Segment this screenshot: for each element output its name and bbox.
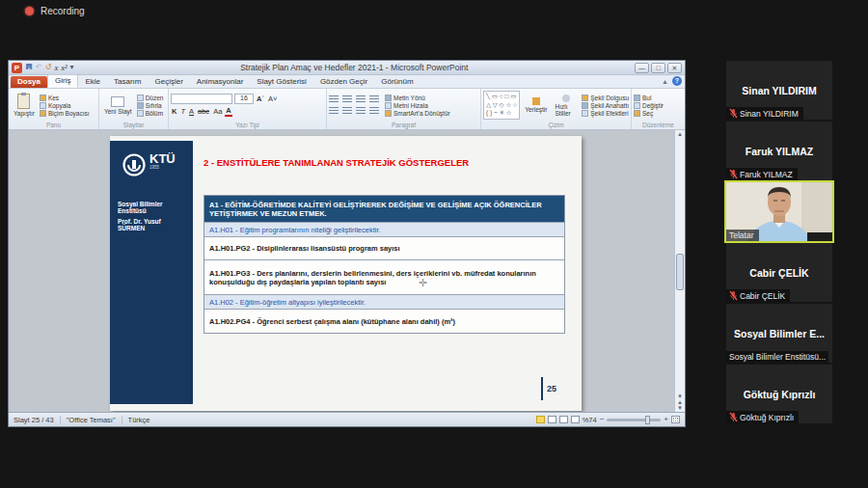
shape-fill-button[interactable]: Şekil Dolgusu bbox=[582, 95, 629, 101]
slide-counter: Slayt 25 / 43 bbox=[14, 416, 61, 424]
line-spacing-icon[interactable] bbox=[369, 95, 379, 103]
participant-tile[interactable]: Faruk YILMAZFaruk YILMAZ bbox=[726, 122, 832, 180]
select-button[interactable]: Seç bbox=[634, 110, 664, 117]
participant-tile[interactable]: Sosyal Bilimler E...Sosyal Bilimler Enst… bbox=[726, 304, 832, 363]
justify-icon[interactable] bbox=[369, 107, 379, 115]
ribbon-tab-geçişler[interactable]: Geçişler bbox=[148, 76, 189, 88]
fit-to-window-icon[interactable] bbox=[671, 416, 680, 423]
paste-button[interactable]: Yapıştır bbox=[11, 90, 38, 121]
numbering-icon[interactable] bbox=[342, 95, 352, 103]
bullets-icon[interactable] bbox=[329, 95, 339, 103]
convert-smartart-button[interactable]: SmartArt'a Dönüştür bbox=[385, 110, 450, 117]
strikethrough-button[interactable]: abc bbox=[197, 107, 210, 116]
section-button[interactable]: Bölüm bbox=[137, 110, 164, 117]
ribbon-tab-tasarım[interactable]: Tasarım bbox=[107, 76, 148, 88]
save-icon[interactable]: 🖪 bbox=[25, 64, 33, 71]
ribbon-tab-ekle[interactable]: Ekle bbox=[78, 76, 107, 88]
shrink-font-icon[interactable]: A˅ bbox=[267, 95, 278, 103]
recording-indicator: Recording bbox=[25, 6, 85, 16]
new-slide-button[interactable]: Yeni Slayt bbox=[101, 90, 135, 121]
cut-icon bbox=[40, 95, 46, 101]
redo-icon[interactable]: ↺ bbox=[45, 64, 52, 71]
ribbon-tab-slayt-gösterisi[interactable]: Slayt Gösterisi bbox=[250, 76, 313, 88]
powerpoint-window: P 🖪 ↶ ↺ x x² ▾ Stratejik Plan Amaç ve He… bbox=[8, 60, 686, 427]
powerpoint-app-icon[interactable]: P bbox=[12, 63, 22, 73]
reading-view-button[interactable] bbox=[559, 416, 568, 423]
qat-dropdown-icon[interactable]: ▾ bbox=[70, 64, 74, 71]
quick-access-toolbar: P 🖪 ↶ ↺ x x² ▾ bbox=[12, 63, 74, 73]
superscript-icon[interactable]: x² bbox=[61, 64, 67, 72]
shapes-row-icon: ╲ ▭ ○ □ ▭ bbox=[486, 94, 517, 100]
language-indicator[interactable]: Türkçe bbox=[128, 416, 156, 424]
align-text-button[interactable]: Metni Hizala bbox=[385, 102, 450, 109]
cut-button[interactable]: Kes bbox=[40, 95, 90, 101]
undo-icon[interactable]: ↶ bbox=[36, 64, 42, 71]
indent-icon[interactable] bbox=[356, 95, 366, 103]
table-row-objective: A1.H02 - Eğitim-öğretim altyapısı iyileş… bbox=[204, 295, 564, 310]
theme-name[interactable]: "Office Teması" bbox=[67, 416, 122, 424]
subscript-icon[interactable]: x bbox=[54, 64, 58, 72]
align-left-icon[interactable] bbox=[329, 107, 339, 115]
shape-outline-icon bbox=[582, 102, 588, 109]
restore-button[interactable]: □ bbox=[651, 63, 665, 73]
find-button[interactable]: Bul bbox=[634, 95, 664, 101]
font-color-button[interactable]: A bbox=[225, 106, 231, 117]
quick-styles-button[interactable]: Hızlı Stiller bbox=[552, 90, 580, 121]
slide-canvas[interactable]: KTÜ 1955 Sosyal Bilimler Enstitüsü Prof.… bbox=[110, 136, 582, 411]
slide-side-band: KTÜ 1955 Sosyal Bilimler Enstitüsü Prof.… bbox=[110, 141, 193, 404]
replace-button[interactable]: Değiştir bbox=[634, 102, 664, 109]
font-name-select[interactable] bbox=[171, 94, 232, 104]
participant-name-label: Sinan YILDIRIM bbox=[726, 107, 803, 120]
zoom-in-icon[interactable]: + bbox=[664, 416, 668, 423]
font-size-select[interactable]: 16 bbox=[234, 94, 254, 104]
replace-icon bbox=[634, 102, 640, 109]
arrange-button[interactable]: Yerleştir bbox=[522, 90, 550, 121]
participant-name-label: Cabir ÇELİK bbox=[726, 289, 790, 302]
align-right-icon[interactable] bbox=[356, 107, 366, 115]
ribbon-tab-görünüm[interactable]: Görünüm bbox=[374, 76, 420, 88]
vertical-scrollbar[interactable]: ▲ ▼▲▼ bbox=[674, 130, 685, 412]
ribbon-tab-giriş[interactable]: Giriş bbox=[47, 74, 78, 88]
ktu-logo-text: KTÜ bbox=[149, 152, 176, 165]
normal-view-button[interactable] bbox=[536, 416, 545, 423]
zoom-slider[interactable] bbox=[607, 419, 661, 421]
shape-effects-button[interactable]: Şekil Efektleri bbox=[582, 110, 629, 117]
ribbon-tab-animasyonlar[interactable]: Animasyonlar bbox=[190, 76, 250, 88]
close-button[interactable]: ✕ bbox=[667, 63, 682, 73]
participant-tile[interactable]: Sinan YILDIRIMSinan YILDIRIM bbox=[726, 61, 832, 120]
italic-button[interactable]: T bbox=[179, 107, 186, 116]
slide-sorter-view-button[interactable] bbox=[548, 416, 556, 423]
align-center-icon[interactable] bbox=[342, 107, 352, 115]
grow-font-icon[interactable]: Aʾ bbox=[256, 95, 265, 103]
ribbon-tab-dosya[interactable]: Dosya bbox=[11, 76, 47, 88]
shape-outline-button[interactable]: Şekil Anahattı bbox=[582, 102, 629, 109]
participant-tile[interactable]: Cabir ÇELİKCabir ÇELİK bbox=[726, 243, 832, 302]
change-case-button[interactable]: Aa bbox=[212, 107, 223, 116]
table-row-indicator: A1.H01.PG3 - Ders planlarını, derslerin … bbox=[204, 260, 564, 295]
shapes-gallery[interactable]: ╲ ▭ ○ □ ▭ △ ▽ ◇ ☆ ○ ( ) ~ ✳ ☆ bbox=[483, 91, 520, 120]
participant-tile[interactable]: Göktuğ KıprızlıGöktuğ Kıprızlı bbox=[726, 365, 832, 423]
participant-name-label: Faruk YILMAZ bbox=[726, 168, 798, 180]
slideshow-view-button[interactable] bbox=[571, 416, 580, 423]
zoom-slider-thumb[interactable] bbox=[645, 416, 650, 424]
copy-button[interactable]: Kopyala bbox=[40, 102, 90, 109]
bold-button[interactable]: K bbox=[171, 107, 177, 116]
scrollbar-thumb[interactable] bbox=[676, 254, 684, 290]
text-direction-button[interactable]: Metin Yönü bbox=[385, 95, 450, 101]
format-painter-button[interactable]: Biçim Boyacısı bbox=[40, 110, 90, 117]
reset-button[interactable]: Sıfırla bbox=[137, 102, 164, 109]
participant-tile-video[interactable]: Telatar bbox=[724, 180, 834, 243]
slide-nav-buttons[interactable]: ▼▲▼ bbox=[675, 393, 685, 411]
minimize-button[interactable]: — bbox=[635, 63, 649, 73]
collapse-ribbon-icon[interactable]: ▲ bbox=[662, 78, 668, 85]
zoom-out-icon[interactable]: − bbox=[600, 416, 605, 423]
ribbon-tab-gözden-geçir[interactable]: Gözden Geçir bbox=[313, 76, 374, 88]
scroll-up-icon[interactable]: ▲ bbox=[675, 131, 685, 137]
participant-name-label: Sosyal Bilimler Enstitüsü... bbox=[726, 351, 828, 363]
format-painter-icon bbox=[40, 110, 46, 117]
underline-button[interactable]: A bbox=[188, 107, 195, 116]
layout-button[interactable]: Düzen bbox=[137, 95, 164, 101]
help-icon[interactable]: ? bbox=[672, 76, 682, 86]
slide-title: 2 - ENSTİTÜLERE TANIMLANAN STRATEJİK GÖS… bbox=[203, 157, 562, 168]
group-label-duzenleme: Düzenleme bbox=[634, 121, 683, 129]
